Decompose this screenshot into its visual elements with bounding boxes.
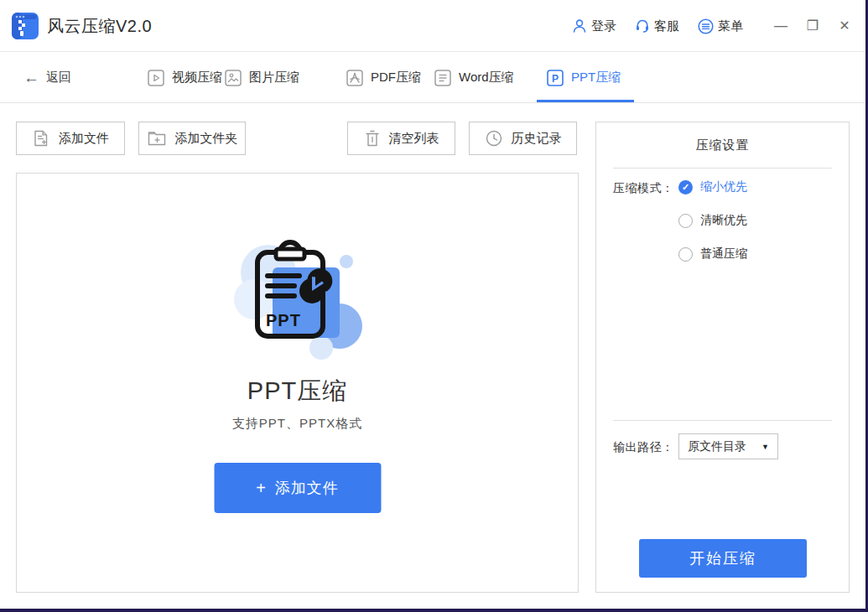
tab-image-compress[interactable]: 图片压缩 [225, 52, 299, 103]
output-path-label: 输出路径： [613, 440, 674, 455]
customer-service-label: 客服 [654, 18, 679, 34]
add-file-primary-label: 添加文件 [275, 478, 339, 498]
app-window: 风云压缩V2.0 登录 客服 [0, 0, 865, 609]
radio-shrink-priority[interactable]: ✓ 缩小优先 [678, 179, 747, 194]
mode-label: 压缩模式： [613, 181, 674, 196]
tab-label: Word压缩 [459, 70, 514, 86]
back-arrow-icon: ← [23, 69, 39, 87]
plus-icon: + [256, 479, 267, 498]
radio-label: 清晰优先 [700, 213, 747, 228]
start-compress-button[interactable]: 开始压缩 [639, 539, 807, 578]
headset-icon [635, 18, 650, 34]
ppt-art-label: PPT [266, 311, 301, 329]
image-tab-icon [225, 70, 242, 86]
user-icon [572, 18, 587, 34]
tab-label: PDF压缩 [371, 70, 421, 86]
pdf-tab-icon [346, 70, 363, 86]
login-button[interactable]: 登录 [572, 18, 616, 34]
app-title: 风云压缩V2.0 [47, 0, 152, 52]
add-file-label: 添加文件 [59, 131, 109, 147]
app-logo-icon [12, 13, 39, 39]
tab-label: PPT压缩 [571, 70, 621, 86]
tab-label: 视频压缩 [172, 70, 222, 86]
dropzone-subtitle: 支持PPT、PPTX格式 [17, 416, 578, 432]
tab-label: 图片压缩 [249, 70, 299, 86]
add-file-button[interactable]: 添加文件 [16, 122, 125, 155]
radio-unchecked-icon [678, 247, 693, 262]
history-button[interactable]: 历史记录 [469, 122, 577, 155]
word-tab-icon [434, 70, 451, 86]
dropzone-title: PPT压缩 [17, 375, 578, 408]
output-path-select[interactable]: 原文件目录 ▼ [678, 433, 778, 459]
add-folder-label: 添加文件夹 [175, 131, 238, 147]
ppt-tab-icon: P [547, 70, 564, 86]
login-label: 登录 [591, 18, 616, 34]
dropdown-caret-icon: ▼ [761, 443, 769, 451]
minimize-button[interactable]: — [773, 19, 788, 33]
output-path-value: 原文件目录 [688, 439, 746, 454]
divider [613, 168, 832, 169]
menu-label: 菜单 [718, 18, 743, 34]
menu-icon [698, 18, 714, 34]
radio-unchecked-icon [678, 214, 693, 228]
radio-checked-icon: ✓ [678, 180, 693, 194]
back-button[interactable]: ← 返回 [23, 52, 71, 103]
ppt-clipboard-illustration: PPT [205, 232, 390, 366]
title-bar: 风云压缩V2.0 登录 客服 [0, 0, 865, 52]
tab-pdf-compress[interactable]: PDF压缩 [346, 52, 421, 103]
file-drop-area[interactable]: PPT PPT压缩 支持PPT、PPTX格式 + 添加文件 [16, 173, 579, 593]
tab-word-compress[interactable]: Word压缩 [434, 52, 514, 103]
customer-service-button[interactable]: 客服 [635, 18, 679, 34]
close-button[interactable]: ✕ [837, 19, 852, 33]
video-tab-icon [148, 70, 164, 86]
active-tab-indicator [537, 100, 634, 102]
nav-bar: ← 返回 视频压缩 图片压缩 PDF压缩 [0, 52, 865, 103]
clear-list-button[interactable]: 清空列表 [347, 122, 455, 155]
clock-icon [485, 129, 503, 148]
tab-video-compress[interactable]: 视频压缩 [148, 52, 222, 103]
add-file-primary-button[interactable]: + 添加文件 [214, 463, 381, 513]
radio-label: 缩小优先 [700, 179, 747, 194]
add-file-icon [32, 129, 50, 148]
settings-title: 压缩设置 [596, 137, 849, 153]
history-label: 历史记录 [512, 131, 562, 147]
trash-icon [364, 129, 381, 148]
radio-clarity-priority[interactable]: 清晰优先 [678, 213, 747, 228]
add-folder-icon [147, 129, 167, 148]
radio-normal-compress[interactable]: 普通压缩 [678, 246, 747, 262]
tab-ppt-compress[interactable]: P PPT压缩 [547, 52, 621, 103]
svg-text:P: P [552, 72, 559, 84]
add-folder-button[interactable]: 添加文件夹 [138, 122, 246, 155]
back-label: 返回 [46, 70, 71, 86]
maximize-button[interactable]: ❐ [805, 19, 820, 33]
settings-panel: 压缩设置 压缩模式： ✓ 缩小优先 清晰优先 普通压缩 输出路径： 原文件目录 … [595, 122, 850, 593]
radio-label: 普通压缩 [700, 246, 747, 262]
divider [613, 420, 832, 421]
menu-button[interactable]: 菜单 [698, 18, 743, 34]
clear-list-label: 清空列表 [389, 131, 439, 147]
